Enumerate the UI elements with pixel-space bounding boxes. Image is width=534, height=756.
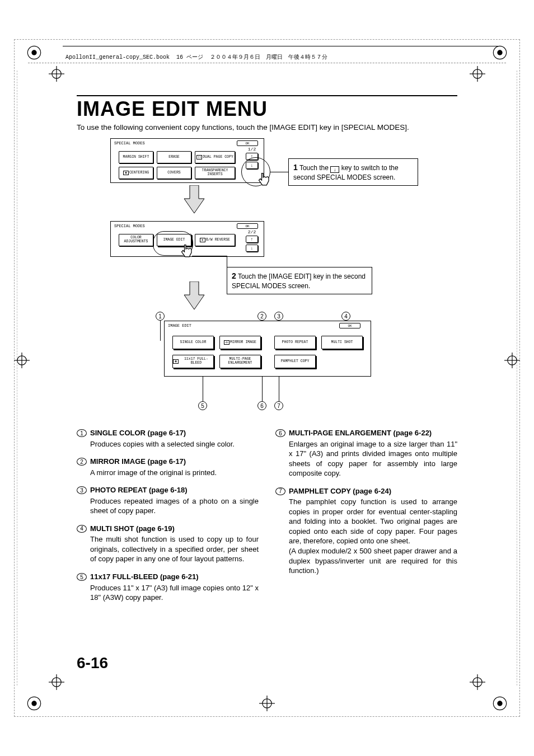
crosshair-icon	[49, 66, 64, 82]
header-rule-inner	[28, 63, 506, 63]
right-col: 6MULTI-PAGE ENLARGEMENT (page 6-22)Enlar…	[275, 428, 457, 611]
touch-finger-icon	[177, 243, 194, 260]
reg-mark-icon	[26, 696, 42, 711]
item-title: MIRROR IMAGE (page 6-17)	[90, 457, 259, 467]
marker-4: 4	[341, 312, 350, 321]
btn-transparency-inserts[interactable]: TRANSPARENCY INSERTS	[195, 167, 235, 179]
marker-7: 7	[274, 401, 283, 410]
marker-3: 3	[274, 312, 283, 321]
header-line: ApollonII_general-copy_SEC.book 16 ページ ２…	[65, 53, 327, 61]
reg-mark-icon	[26, 45, 42, 60]
mirror-icon: ◁▷	[224, 340, 229, 345]
lead-line	[160, 321, 161, 341]
lead-line	[279, 377, 279, 401]
item-body: Enlarges an original image to a size lar…	[289, 440, 457, 478]
ok-button[interactable]: OK	[237, 140, 258, 146]
marker-5: 5	[198, 401, 207, 410]
crosshair-icon	[49, 674, 64, 690]
item-body: The multi shot function is used to copy …	[90, 535, 259, 563]
callout-num: 2	[232, 271, 236, 280]
content: IMAGE EDIT MENU To use the following con…	[77, 95, 457, 611]
ok-button[interactable]: OK	[339, 323, 360, 328]
callout-text: Touch the	[299, 164, 330, 172]
header-rule	[63, 46, 498, 46]
item-body: Produces copies with a selected single c…	[90, 440, 235, 448]
item-body: Produces repeated images of a photo on a…	[90, 497, 259, 515]
touch-finger-icon	[255, 172, 271, 189]
columns: 1SINGLE COLOR (page 6-17)Produces copies…	[77, 428, 457, 611]
big-down-arrow-icon	[183, 281, 205, 309]
panel-special-modes-1: SPECIAL MODES OK MARGIN SHIFT ERASE ▯▯DU…	[110, 138, 264, 183]
item-6: 6MULTI-PAGE ENLARGEMENT (page 6-22)Enlar…	[275, 428, 457, 478]
item-num: 1	[77, 429, 87, 437]
centering-icon: ▣	[123, 171, 129, 175]
left-col: 1SINGLE COLOR (page 6-17)Produces copies…	[77, 428, 259, 611]
item-num: 7	[275, 487, 285, 495]
item-num: 5	[77, 573, 87, 581]
reg-mark-icon	[492, 45, 508, 60]
panel-image-edit: IMAGE EDIT OK SINGLE COLOR ◁▷MIRROR IMAG…	[164, 321, 371, 377]
page-fraction: 1/2	[246, 147, 258, 152]
btn-margin-shift[interactable]: MARGIN SHIFT	[119, 151, 153, 163]
crosshair-icon	[470, 674, 485, 690]
svg-point-7	[497, 701, 502, 706]
intro-text: To use the following convenient copy fun…	[77, 123, 457, 132]
item-body: A mirror image of the original is printe…	[90, 468, 217, 477]
crosshair-icon	[504, 353, 520, 368]
btn-bw-reverse[interactable]: ◐B/W REVERSE	[195, 234, 235, 246]
item-title: PAMPHLET COPY (page 6-24)	[289, 486, 457, 496]
item-num: 4	[77, 525, 87, 533]
btn-11x17-full-bleed[interactable]: ▦11x17 FULL-BLEED	[172, 355, 214, 368]
reg-mark-icon	[492, 696, 508, 711]
crosshair-icon	[470, 66, 485, 82]
btn-mirror-image[interactable]: ◁▷MIRROR IMAGE	[219, 336, 261, 349]
btn-dual-page-copy[interactable]: ▯▯DUAL PAGE COPY	[195, 151, 235, 163]
full-bleed-icon: ▦	[173, 359, 179, 364]
btn-covers[interactable]: COVERS	[157, 167, 191, 179]
lead-line	[192, 256, 227, 256]
item-num: 2	[77, 458, 87, 466]
item-5: 511x17 FULL-BLEED (page 6-21)Produces 11…	[77, 572, 259, 603]
ok-button[interactable]: OK	[237, 223, 258, 229]
item-title: SINGLE COLOR (page 6-17)	[90, 428, 259, 438]
lead-line	[203, 377, 203, 401]
up-arrow-button[interactable]: ↑	[246, 236, 258, 243]
page-fraction: 2/2	[246, 229, 258, 234]
down-key-icon: ↓	[330, 166, 339, 173]
lead-line	[270, 172, 288, 172]
marker-1: 1	[156, 312, 165, 321]
item-1: 1SINGLE COLOR (page 6-17)Produces copies…	[77, 428, 259, 449]
item-num: 3	[77, 486, 87, 494]
btn-multi-shot[interactable]: MULTI SHOT	[321, 336, 363, 349]
item-title: MULTI SHOT (page 6-19)	[90, 524, 259, 534]
svg-point-5	[31, 701, 36, 706]
callout-text: Touch the [IMAGE EDIT] key in the second…	[232, 273, 366, 290]
btn-erase[interactable]: ERASE	[157, 151, 191, 163]
item-title: MULTI-PAGE ENLARGEMENT (page 6-22)	[289, 428, 457, 438]
big-down-arrow-icon	[183, 185, 205, 213]
down-arrow-button[interactable]: ↓	[246, 245, 258, 252]
marker-2: 2	[257, 312, 266, 321]
btn-photo-repeat[interactable]: PHOTO REPEAT	[274, 336, 316, 349]
crosshair-icon	[259, 696, 275, 711]
btn-single-color[interactable]: SINGLE COLOR	[172, 336, 214, 349]
item-body: Produces 11" x 17" (A3) full image copie…	[90, 584, 259, 602]
item-4: 4MULTI SHOT (page 6-19)The multi shot fu…	[77, 524, 259, 564]
item-2: 2MIRROR IMAGE (page 6-17)A mirror image …	[77, 457, 259, 477]
btn-color-adjustments[interactable]: COLOR ADJUSTMENTS	[119, 234, 153, 246]
btn-centering[interactable]: ▣CENTERING	[119, 167, 153, 179]
svg-point-3	[497, 50, 502, 55]
callout-num: 1	[293, 163, 298, 172]
page-number: 6-16	[77, 654, 108, 672]
panel-title: IMAGE EDIT	[168, 323, 191, 328]
item-7: 7PAMPHLET COPY (page 6-24)The pamphlet c…	[275, 486, 457, 576]
dual-page-icon: ▯▯	[196, 155, 202, 159]
bw-reverse-icon: ◐	[200, 238, 205, 242]
btn-pamphlet-copy[interactable]: PAMPHLET COPY	[274, 355, 316, 368]
item-3: 3PHOTO REPEAT (page 6-18)Produces repeat…	[77, 485, 259, 516]
btn-multi-page-enlargement[interactable]: MULTI-PAGE ENLARGEMENT	[219, 355, 261, 368]
crosshair-icon	[14, 353, 30, 368]
item-title: 11x17 FULL-BLEED (page 6-21)	[90, 572, 259, 582]
lead-line	[262, 377, 263, 401]
page-title: IMAGE EDIT MENU	[77, 95, 457, 121]
